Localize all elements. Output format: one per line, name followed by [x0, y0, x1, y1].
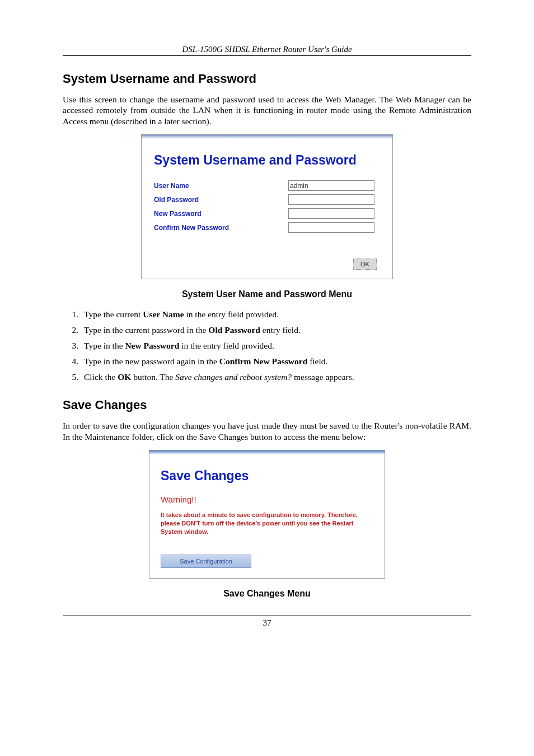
panel-topbar	[142, 135, 392, 139]
page-footer: 37	[63, 616, 471, 628]
header-rule	[63, 55, 471, 56]
form-row-oldpw: Old Password	[154, 194, 380, 205]
warning-body: It takes about a minute to save configur…	[161, 511, 373, 536]
step-2: Type in the current password in the Old …	[81, 325, 471, 335]
section-heading-username: System Username and Password	[63, 72, 471, 86]
section-heading-save: Save Changes	[63, 398, 471, 412]
new-password-label: New Password	[154, 210, 288, 218]
panel-topbar	[149, 450, 385, 455]
step-1: Type the current User Name in the entry …	[81, 309, 471, 320]
warning-heading: Warning!!	[161, 495, 373, 504]
username-password-panel: System Username and Password User Name O…	[141, 134, 393, 279]
username-label: User Name	[154, 182, 288, 190]
save-configuration-button[interactable]: Save Configuration	[161, 555, 251, 568]
caption-username-panel: System User Name and Password Menu	[63, 289, 471, 299]
step-5: Click the OK button. The Save changes an…	[81, 372, 471, 382]
ok-button[interactable]: OK	[353, 259, 377, 270]
confirm-password-label: Confirm New Password	[154, 224, 288, 232]
old-password-input[interactable]	[288, 194, 374, 205]
form-row-confirmpw: Confirm New Password	[154, 222, 380, 233]
section-intro-save: In order to save the configuration chang…	[63, 420, 471, 442]
username-input[interactable]	[288, 180, 374, 191]
step-4: Type in the new password again in the Co…	[81, 356, 471, 367]
confirm-password-input[interactable]	[288, 222, 374, 233]
new-password-input[interactable]	[288, 208, 374, 219]
instruction-list: Type the current User Name in the entry …	[81, 309, 471, 382]
running-header: DSL-1500G SHDSL Ethernet Router User's G…	[63, 45, 471, 54]
panel2-title: Save Changes	[161, 468, 373, 483]
old-password-label: Old Password	[154, 196, 288, 204]
step-3: Type in the New Password in the entry fi…	[81, 341, 471, 351]
form-row-username: User Name	[154, 180, 380, 191]
panel-title: System Username and Password	[154, 153, 380, 168]
save-changes-panel: Save Changes Warning!! It takes about a …	[149, 450, 385, 579]
form-row-newpw: New Password	[154, 208, 380, 219]
section-intro-username: Use this screen to change the username a…	[63, 94, 471, 126]
caption-save-panel: Save Changes Menu	[63, 589, 471, 599]
page-number: 37	[263, 618, 271, 627]
